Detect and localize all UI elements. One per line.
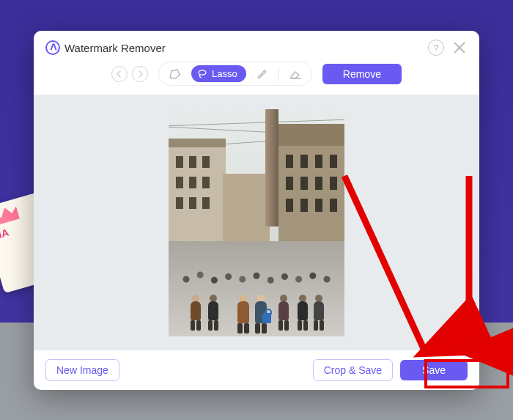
app-title: Watermark Remover [64, 42, 166, 54]
svg-point-1 [199, 70, 206, 74]
eraser-icon [289, 68, 302, 80]
toolbar-divider [278, 67, 279, 81]
brush-tool[interactable] [255, 67, 270, 81]
image-canvas[interactable] [34, 95, 479, 350]
redo-button[interactable] [132, 66, 148, 82]
lasso-tool[interactable]: Lasso [191, 65, 246, 82]
redo-icon [136, 70, 144, 78]
brush-icon [256, 68, 269, 80]
history-controls [111, 66, 148, 82]
header-actions: ? [428, 40, 468, 56]
lasso-label: Lasso [212, 68, 237, 79]
polygon-tool[interactable] [168, 67, 182, 81]
undo-button[interactable] [111, 66, 128, 82]
save-button[interactable]: Save [400, 360, 468, 380]
app-stage: Watermark Remover ? [0, 0, 513, 420]
watermark-remover-modal: Watermark Remover ? [34, 31, 479, 390]
modal-footer: New Image Crop & Save Save [34, 350, 479, 390]
polygon-icon [169, 68, 182, 80]
tool-group: Lasso [158, 62, 312, 86]
undo-icon [115, 70, 124, 78]
help-icon[interactable]: ? [428, 40, 444, 56]
eraser-tool[interactable] [288, 67, 303, 81]
toolbar: Lasso Remove [34, 56, 479, 95]
lasso-icon [197, 69, 207, 79]
svg-point-0 [179, 73, 180, 75]
crop-and-save-button[interactable]: Crop & Save [313, 359, 393, 381]
remove-button[interactable]: Remove [322, 64, 402, 84]
edited-image [169, 109, 344, 336]
modal-header: Watermark Remover ? [34, 31, 479, 56]
new-image-button[interactable]: New Image [45, 359, 119, 381]
app-logo-icon [45, 40, 60, 55]
close-icon[interactable] [451, 40, 468, 56]
